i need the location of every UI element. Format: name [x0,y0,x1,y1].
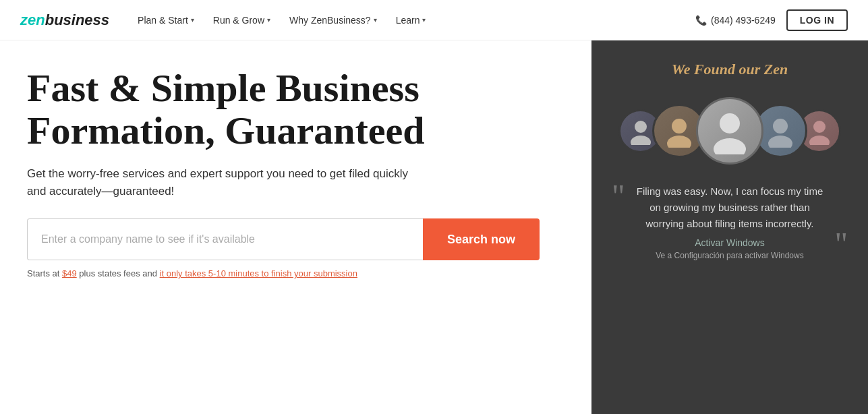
nav-item-plan-start[interactable]: Plan & Start ▾ [129,9,202,31]
phone-number: (844) 493-6249 [711,15,776,26]
avatar-center [696,97,763,165]
testimonial-card: We Found our Zen " Filing was easy. Now,… [591,40,868,414]
chevron-down-icon: ▾ [191,16,194,24]
logo-business: business [45,11,109,29]
phone-icon: 📞 [695,15,707,26]
footer-note-prefix: Starts at [27,268,62,278]
testimonial-title: We Found our Zen [672,61,788,78]
nav-links: Plan & Start ▾ Run & Grow ▾ Why ZenBusin… [129,9,695,31]
svg-point-8 [813,121,826,133]
chevron-down-icon: ▾ [422,16,426,24]
search-now-button[interactable]: Search now [423,218,540,260]
nav-item-why-zen[interactable]: Why ZenBusiness? ▾ [281,9,385,31]
svg-point-2 [672,119,687,134]
nav-label-learn: Learn [396,15,420,26]
testimonial-quote-area: " Filing was easy. Now, I can focus my t… [612,183,848,260]
nav-label-run-grow: Run & Grow [213,15,264,26]
nav-right: 📞 (844) 493-6249 LOG IN [695,9,848,31]
testimonial-attribution: Activar Windows [632,237,828,248]
svg-point-0 [635,121,647,133]
login-button[interactable]: LOG IN [786,9,848,31]
nav-item-run-grow[interactable]: Run & Grow ▾ [205,9,279,31]
testimonial-quote-text: Filing was easy. Now, I can focus my tim… [632,183,828,232]
main-content: Fast & Simple Business Formation, Guaran… [0,40,868,414]
close-quote-icon: " [834,228,848,260]
hero-title: Fast & Simple Business Formation, Guaran… [27,67,533,152]
search-row: Search now [27,218,540,260]
navbar: zenbusiness Plan & Start ▾ Run & Grow ▾ … [0,0,868,40]
chevron-down-icon: ▾ [374,16,377,24]
footer-note-price[interactable]: $49 [62,268,77,278]
avatars-row [618,97,841,165]
nav-label-why-zen: Why ZenBusiness? [289,15,371,26]
nav-label-plan-start: Plan & Start [138,15,188,26]
nav-item-learn[interactable]: Learn ▾ [388,9,434,31]
company-name-input[interactable] [27,218,423,260]
svg-point-3 [667,136,691,148]
svg-point-6 [773,119,788,134]
svg-point-9 [809,136,830,145]
svg-point-7 [768,136,792,148]
logo-zen: zen [20,11,45,29]
hero-subtitle: Get the worry-free services and expert s… [27,165,418,200]
windows-notice: Ve a Configuración para activar Windows [632,251,828,260]
testimonial-text-block: Filing was easy. Now, I can focus my tim… [632,183,828,260]
chevron-down-icon: ▾ [267,16,270,24]
footer-note-mid: plus states fees and [77,268,160,278]
footer-note-link[interactable]: it only takes 5-10 minutes to finish you… [160,268,357,278]
left-section: Fast & Simple Business Formation, Guaran… [0,40,591,414]
open-quote-icon: " [612,180,625,212]
phone-area: 📞 (844) 493-6249 [695,15,776,26]
svg-point-1 [631,136,651,145]
svg-point-4 [720,113,740,134]
footer-note: Starts at $49 plus states fees and it on… [27,268,565,278]
svg-point-5 [714,138,746,154]
logo[interactable]: zenbusiness [20,11,109,29]
